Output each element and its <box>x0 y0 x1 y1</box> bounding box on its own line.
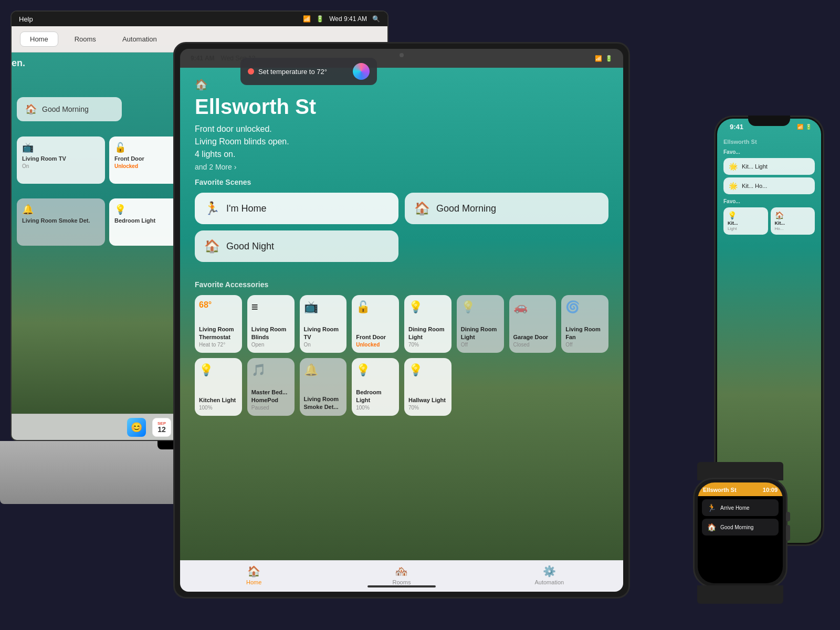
watch-screen: Ellsworth St 10:09 🏃 Arrive Home 🏠 Good … <box>698 482 783 583</box>
mac-tab-home[interactable]: Home <box>20 32 58 47</box>
tile-name: Living Room Blinds <box>251 326 290 341</box>
lock-icon: 🔓 <box>356 300 395 314</box>
tile-status: Ho... <box>775 226 811 231</box>
tab-home[interactable]: 🏠 Home <box>180 565 328 585</box>
watch-good-morning[interactable]: 🏠 Good Morning <box>702 519 779 536</box>
tile-kitchen-light[interactable]: 💡 Kitchen Light 100% <box>195 358 242 416</box>
tile-name: Bedroom Light <box>356 388 395 404</box>
tile-dining-light-off[interactable]: 💡 Dining Room Light Off <box>457 295 504 353</box>
watch-scene-icon: 🏃 <box>707 503 716 512</box>
iphone-tile-1[interactable]: 💡 Kit... Light <box>723 207 768 235</box>
status-line-2: Living Room blinds open. <box>195 135 608 148</box>
status-line-1: Front door unlocked. <box>195 123 608 135</box>
ipad-screen: 9:41 AM Wed Sep 12 📶🔋 🏠 Ellsworth St Fro… <box>180 49 623 592</box>
watch-scene-icon: 🏠 <box>707 523 716 531</box>
iphone-content: Ellsworth St Favo... 🌟 Kit... Light 🌟 Ki… <box>717 134 821 239</box>
iphone-status-icons: 📶🔋 <box>797 124 812 130</box>
accessories-grid-row1: 68° Living Room Thermostat Heat to 72° ≡ <box>195 295 608 353</box>
tv-icon: 📺 <box>22 142 100 153</box>
iphone-scene-2[interactable]: 🌟 Kit... Ho... <box>723 177 815 194</box>
mac-siri-text: Set temperature to 72° <box>258 68 349 76</box>
accessories-grid-row2: 💡 Kitchen Light 100% 🎵 Master Bed... Hom… <box>195 358 608 416</box>
ipad-accessories-section: Favorite Accessories 68° Living Room The… <box>180 280 623 416</box>
tile-name: Master Bed... HomePod <box>251 388 290 404</box>
bulb-icon: 💡 <box>408 363 447 377</box>
good-morning-scene[interactable]: 🏠 Good Morning <box>17 97 122 121</box>
mac-acc-living-room-tv[interactable]: 📺 Living Room TV On <box>17 136 105 184</box>
good-morning-icon: 🏠 <box>414 201 430 216</box>
tile-status: 70% <box>408 342 447 348</box>
home-tab-icon: 🏠 <box>247 565 260 578</box>
tile-hallway-light[interactable]: 💡 Hallway Light 70% <box>404 358 452 416</box>
scene-im-home[interactable]: 🏃 I'm Home <box>195 193 398 224</box>
iphone-fav-acc-title: Favo... <box>723 198 815 204</box>
watch-time: 10:09 <box>763 487 778 493</box>
accessories-section-title: Favorite Accessories <box>195 280 608 289</box>
dock-calendar[interactable]: SEP 12 <box>152 418 171 437</box>
iphone-scene-1[interactable]: 🌟 Kit... Light <box>723 158 815 175</box>
watch-scenes: 🏃 Arrive Home 🏠 Good Morning <box>698 496 783 541</box>
iphone-time: 9:41 <box>730 123 743 131</box>
watch-arrive-home[interactable]: 🏃 Arrive Home <box>702 499 779 516</box>
tile-front-door[interactable]: 🔓 Front Door Unlocked <box>352 295 399 353</box>
home-status-more[interactable]: and 2 More › <box>195 163 608 171</box>
tile-name: Front Door <box>356 333 395 341</box>
automation-tab-icon: ⚙️ <box>543 565 556 578</box>
tile-bedroom-light[interactable]: 💡 Bedroom Light 100% <box>352 358 399 416</box>
watch-band-bottom <box>697 585 783 604</box>
tile-name: Garage Door <box>513 333 552 341</box>
watch-frame: Ellsworth St 10:09 🏃 Arrive Home 🏠 Good … <box>693 478 788 588</box>
tile-status: Off <box>565 342 604 348</box>
tile-name: Dining Room Light <box>461 326 500 341</box>
tile-tv[interactable]: 📺 Living Room TV On <box>300 295 347 353</box>
ipad: 9:41 AM Wed Sep 12 📶🔋 🏠 Ellsworth St Fro… <box>173 42 630 598</box>
scene-good-morning[interactable]: 🏠 Good Morning <box>405 193 608 224</box>
bulb-icon: 💡 <box>199 363 238 377</box>
menubar-help[interactable]: Help <box>19 15 33 23</box>
acc-status: On <box>22 163 100 169</box>
acc-name: Living Room Smoke Det. <box>22 217 100 224</box>
iphone-fav-grid: 💡 Kit... Light 🏠 Kit... Ho... <box>723 207 815 235</box>
good-morning-label: Good Morning <box>436 203 496 214</box>
tile-smoke-det[interactable]: 🔔 Living Room Smoke Det... <box>300 358 347 416</box>
status-line-3: 4 lights on. <box>195 148 608 161</box>
home-indicator <box>368 585 436 587</box>
tile-name: Kitchen Light <box>199 396 238 404</box>
tile-name: Living Room Thermostat <box>199 326 238 341</box>
tile-blinds[interactable]: ≡ Living Room Blinds Open <box>247 295 295 353</box>
scene-good-night[interactable]: 🏠 Good Night <box>195 230 398 262</box>
mac-siri-popup: Set temperature to 72° <box>240 58 377 85</box>
mac-acc-smoke[interactable]: 🔔 Living Room Smoke Det. <box>17 198 105 246</box>
good-night-label: Good Night <box>226 241 274 252</box>
tile-garage[interactable]: 🚗 Garage Door Closed <box>509 295 556 353</box>
scene-label: Kit... Ho... <box>742 183 767 189</box>
watch-header: Ellsworth St 10:09 <box>698 482 783 496</box>
blinds-icon: ≡ <box>251 300 290 314</box>
smoke-icon: 🔔 <box>22 204 100 215</box>
im-home-icon: 🏃 <box>204 201 220 216</box>
tile-lr-fan[interactable]: 🌀 Living Room Fan Off <box>561 295 608 353</box>
watch-side-button <box>786 512 790 521</box>
acc-name: Living Room TV <box>22 155 100 162</box>
mac-siri-close-button[interactable] <box>248 68 254 75</box>
tab-rooms[interactable]: 🏘️ Rooms <box>328 565 475 585</box>
tile-name: Kit... <box>775 220 811 226</box>
dock-finder[interactable]: 😊 <box>127 418 146 437</box>
tile-name: Living Room TV <box>304 326 343 341</box>
tile-status: 100% <box>199 405 238 411</box>
bulb-icon: 💡 <box>408 300 447 314</box>
mac-tab-rooms[interactable]: Rooms <box>65 32 106 47</box>
tile-status: Off <box>461 342 500 348</box>
ipad-time: 9:41 AM <box>191 55 215 62</box>
scene-label: Kit... Light <box>742 163 768 170</box>
tile-homepod[interactable]: 🎵 Master Bed... HomePod Paused <box>247 358 295 416</box>
watch-scene-name: Good Morning <box>720 524 753 530</box>
tab-automation[interactable]: ⚙️ Automation <box>476 565 623 585</box>
mac-tab-automation[interactable]: Automation <box>112 32 167 47</box>
tile-thermostat[interactable]: 68° Living Room Thermostat Heat to 72° <box>195 295 242 353</box>
iphone-tile-2[interactable]: 🏠 Kit... Ho... <box>771 207 815 235</box>
tile-icon: 💡 <box>728 211 764 219</box>
tile-dining-light[interactable]: 💡 Dining Room Light 70% <box>404 295 452 353</box>
scenes-grid: 🏃 I'm Home 🏠 Good Morning 🏠 Good Night <box>195 193 608 262</box>
tile-status: Closed <box>513 342 552 348</box>
